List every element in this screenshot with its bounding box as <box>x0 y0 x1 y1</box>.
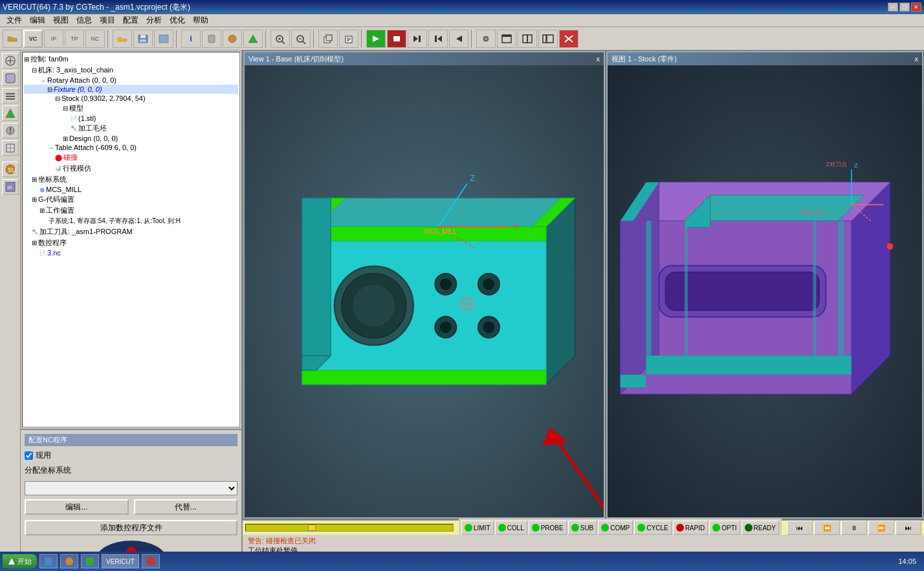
menu-help[interactable]: 帮助 <box>189 14 212 27</box>
sidebar-icon-1[interactable] <box>2 53 19 69</box>
toolbar-vc[interactable]: VC <box>23 30 43 48</box>
tree-item[interactable]: 📊 行视模仿 <box>24 163 238 174</box>
toolbar-folder[interactable] <box>113 30 132 48</box>
toolbar-paste[interactable] <box>339 30 358 48</box>
sidebar-icon-2[interactable] <box>2 70 19 86</box>
close-button[interactable]: ✕ <box>911 3 921 12</box>
menu-file[interactable]: 文件 <box>3 14 26 27</box>
maximize-button[interactable]: □ <box>899 3 910 12</box>
taskbar-vericut[interactable]: VERICUT <box>102 554 139 568</box>
status-sub[interactable]: SUB <box>568 521 597 535</box>
svg-marker-109 <box>621 374 646 387</box>
menu-view[interactable]: 视图 <box>49 14 72 27</box>
tree-item[interactable]: ⊟ 机床: 3_axis_tool_chain <box>24 65 238 76</box>
toolbar-tool1[interactable] <box>202 30 221 48</box>
menu-project[interactable]: 项目 <box>96 14 119 27</box>
toolbar-window1[interactable] <box>497 30 516 48</box>
tree-item[interactable]: ⊞ 坐标系统 <box>24 174 238 185</box>
tree-item[interactable]: ⊟ 模型 <box>24 103 238 114</box>
play-forward[interactable]: ⏩ <box>868 521 894 535</box>
toolbar-open[interactable] <box>3 30 22 48</box>
tree-item[interactable]: ⊞ 控制: fan0m <box>24 54 238 65</box>
status-coll[interactable]: COLL <box>495 521 527 535</box>
toolbar-zoom-minus[interactable] <box>291 30 311 48</box>
taskbar-app4[interactable] <box>142 554 160 568</box>
toolbar-close-all[interactable] <box>559 30 578 48</box>
toolbar-stop[interactable] <box>387 30 406 48</box>
sidebar-icon-4[interactable] <box>2 105 19 121</box>
tree-item[interactable]: ⊞ 数控程序 <box>24 237 238 248</box>
toolbar-info[interactable]: i <box>181 30 201 48</box>
status-opti[interactable]: OPTI <box>709 521 740 535</box>
tree-item[interactable]: 🔧 加工毛坯 <box>24 123 238 134</box>
status-rapid[interactable]: RAPID <box>673 521 709 535</box>
toolbar-back[interactable] <box>449 30 468 48</box>
tree-item[interactable]: 子系统:1, 寄存器:54, 子寄存器:1, 从:Tool, 到:H <box>24 216 238 226</box>
tree-item-nc[interactable]: 📄 3.nc <box>24 248 238 257</box>
active-checkbox[interactable] <box>25 451 33 460</box>
toolbar-run[interactable] <box>366 30 386 48</box>
toolbar-save2[interactable] <box>154 30 173 48</box>
menu-config[interactable]: 配置 <box>119 14 142 27</box>
project-tree[interactable]: ⊞ 控制: fan0m ⊟ 机床: 3_axis_tool_chain → Ro… <box>22 52 240 427</box>
viewport2-close[interactable]: x <box>915 55 919 63</box>
sidebar-icon-8[interactable]: IP <box>2 179 19 195</box>
taskbar-app2[interactable] <box>60 554 78 568</box>
toolbar-separator-5 <box>361 30 364 48</box>
play-skip-back[interactable]: ⏮ <box>787 521 813 535</box>
status-ready[interactable]: READY <box>742 521 779 535</box>
play-skip-forward[interactable]: ⏭ <box>896 521 921 535</box>
viewport2-title: 视图 1 - Stock (零件) x <box>608 52 922 65</box>
toolbar-tool3[interactable] <box>243 30 263 48</box>
toolbar-ip[interactable]: IP <box>44 30 63 48</box>
tree-item[interactable]: ⊞ 工作偏置 <box>24 205 238 216</box>
taskbar-app1[interactable] <box>39 554 58 568</box>
tree-item[interactable]: ⊟ Stock (0.9302, 2.7904, 54) <box>24 94 238 103</box>
sidebar-icon-7[interactable]: SUB <box>2 162 19 177</box>
viewport2-3d[interactable]: Z Z对刀点 Z轴_MILL <box>608 65 922 517</box>
toolbar-window2[interactable] <box>518 30 537 48</box>
status-probe[interactable]: PROBE <box>529 521 567 535</box>
menu-info[interactable]: 信息 <box>72 14 96 27</box>
status-comp[interactable]: COMP <box>598 521 633 535</box>
tree-item[interactable]: ⊕ MCS_MILL <box>24 185 238 194</box>
tree-item[interactable]: 🔧 加工刀具: _asm1-PROGRAM <box>24 226 238 237</box>
sidebar-icon-6[interactable] <box>2 140 19 156</box>
menu-optimize[interactable]: 优化 <box>166 14 189 27</box>
toolbar-settings[interactable] <box>476 30 496 48</box>
toolbar-step[interactable] <box>408 30 427 48</box>
taskbar-app3[interactable] <box>81 554 99 568</box>
tree-item[interactable]: ⊞ G-代码偏置 <box>24 194 238 205</box>
coord-system-select[interactable] <box>25 481 237 495</box>
tree-item[interactable]: 📄 (1.stl) <box>24 114 238 123</box>
tree-item[interactable]: → Rotary Attach (0, 0, 0) <box>24 76 238 85</box>
start-button[interactable]: 开始 <box>3 554 37 568</box>
toolbar-zoom-fit[interactable] <box>270 30 290 48</box>
toolbar-reverse[interactable] <box>428 30 448 48</box>
viewport1-close[interactable]: x <box>597 55 600 63</box>
viewport1-3d[interactable]: Z X MCS_MILL <box>245 65 604 517</box>
minimize-button[interactable]: ─ <box>888 3 898 12</box>
status-limit[interactable]: LIMIT <box>461 521 494 535</box>
toolbar-window3[interactable] <box>538 30 558 48</box>
status-cycle[interactable]: CYCLE <box>634 521 671 535</box>
replace-button[interactable]: 代替... <box>134 499 238 515</box>
toolbar-copy[interactable] <box>318 30 338 48</box>
edit-button[interactable]: 编辑... <box>25 499 129 515</box>
tree-item[interactable]: ⊞ Design (0, 0, 0) <box>24 134 238 143</box>
tree-item[interactable]: → Table Attach (-609.6, 0, 0) <box>24 143 238 152</box>
toolbar-save[interactable] <box>133 30 153 48</box>
sidebar-icon-3[interactable] <box>2 88 19 103</box>
tree-item-collision[interactable]: ⬤ 碰撞 <box>24 152 238 163</box>
tree-item-fixture[interactable]: ⊟ Fixture (0, 0, 0) <box>24 85 238 94</box>
toolbar-tp[interactable]: TP <box>65 30 84 48</box>
menu-edit[interactable]: 编辑 <box>26 14 49 27</box>
play-pause[interactable]: ⏸ <box>841 521 867 535</box>
sidebar-icon-5[interactable] <box>2 123 19 138</box>
toolbar-tool2[interactable] <box>223 30 242 48</box>
play-back[interactable]: ⏪ <box>814 521 840 535</box>
svg-rect-36 <box>547 35 553 43</box>
toolbar-nc[interactable]: NC <box>85 30 105 48</box>
add-nc-button[interactable]: 添加数控程序文件 <box>25 520 237 535</box>
menu-analysis[interactable]: 分析 <box>142 14 166 27</box>
